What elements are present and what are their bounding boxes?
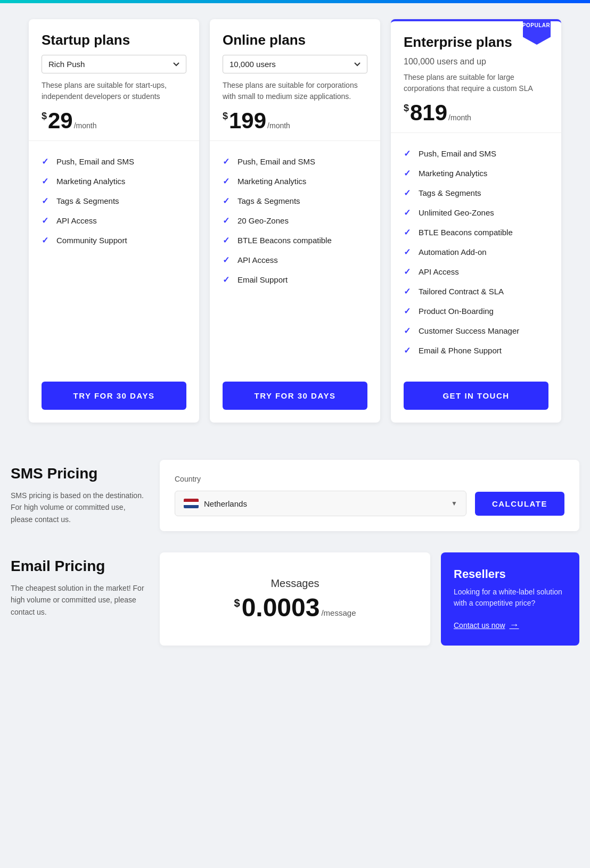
startup-feature-label-2: Marketing Analytics bbox=[56, 177, 125, 186]
startup-feature-label-4: API Access bbox=[56, 216, 97, 225]
check-icon: ✓ bbox=[404, 188, 413, 198]
online-plan-select[interactable]: 10,000 users 50,000 users 100,000 users bbox=[223, 55, 367, 73]
enterprise-feature-label-11: Email & Phone Support bbox=[419, 346, 502, 355]
online-plan-card: Online plans 10,000 users 50,000 users 1… bbox=[210, 19, 380, 423]
check-icon: ✓ bbox=[404, 267, 413, 277]
sms-pricing-title: SMS Pricing bbox=[11, 465, 149, 482]
calculate-button[interactable]: CALCULATE bbox=[475, 492, 564, 516]
enterprise-feature-8: ✓ Tailored Contract & SLA bbox=[404, 282, 548, 301]
check-icon: ✓ bbox=[42, 156, 51, 167]
online-plan-description: These plans are suitable for corporation… bbox=[223, 80, 367, 102]
enterprise-feature-label-8: Tailored Contract & SLA bbox=[419, 287, 504, 296]
enterprise-feature-3: ✓ Tags & Segments bbox=[404, 183, 548, 203]
startup-feature-4: ✓ API Access bbox=[42, 211, 186, 230]
dropdown-arrow-icon: ▼ bbox=[451, 500, 457, 507]
enterprise-feature-label-5: BTLE Beacons compatible bbox=[419, 228, 513, 237]
startup-plan-select[interactable]: Rich Push Email SMS bbox=[42, 55, 186, 73]
startup-features-list: ✓ Push, Email and SMS ✓ Marketing Analyt… bbox=[29, 141, 199, 371]
enterprise-feature-label-2: Marketing Analytics bbox=[419, 169, 487, 178]
enterprise-feature-label-7: API Access bbox=[419, 267, 459, 276]
popular-badge-text: POPULAR bbox=[522, 22, 550, 28]
email-middle-panel: Messages $ 0.0003 /message bbox=[160, 552, 430, 646]
online-feature-label-3: Tags & Segments bbox=[237, 196, 300, 205]
check-icon: ✓ bbox=[404, 326, 413, 336]
enterprise-feature-10: ✓ Customer Success Manager bbox=[404, 321, 548, 341]
email-pricing-section: Email Pricing The cheapest solution in t… bbox=[0, 547, 590, 667]
check-icon: ✓ bbox=[223, 255, 232, 265]
messages-period: /message bbox=[321, 608, 356, 617]
check-icon: ✓ bbox=[42, 235, 51, 245]
startup-amount: 29 bbox=[48, 110, 73, 132]
enterprise-users-label: 100,000 users and up bbox=[404, 57, 548, 67]
enterprise-feature-11: ✓ Email & Phone Support bbox=[404, 341, 548, 360]
enterprise-feature-label-6: Automation Add-on bbox=[419, 247, 487, 257]
online-feature-1: ✓ Push, Email and SMS bbox=[223, 152, 367, 171]
startup-plan-price: $ 29 /month bbox=[42, 110, 186, 132]
startup-plan-title: Startup plans bbox=[42, 32, 186, 48]
enterprise-feature-1: ✓ Push, Email and SMS bbox=[404, 144, 548, 163]
online-amount: 199 bbox=[229, 110, 266, 132]
pricing-section: Startup plans Rich Push Email SMS These … bbox=[0, 3, 590, 444]
sms-pricing-section: SMS Pricing SMS pricing is based on the … bbox=[0, 444, 590, 547]
enterprise-feature-4: ✓ Unlimited Geo-Zones bbox=[404, 203, 548, 222]
check-icon: ✓ bbox=[223, 196, 232, 206]
startup-feature-label-5: Community Support bbox=[56, 236, 127, 245]
check-icon: ✓ bbox=[404, 208, 413, 218]
messages-amount: 0.0003 bbox=[242, 595, 320, 621]
startup-feature-1: ✓ Push, Email and SMS bbox=[42, 152, 186, 171]
online-cta-wrapper: TRY FOR 30 DAYS bbox=[210, 371, 380, 423]
online-cta-button[interactable]: TRY FOR 30 DAYS bbox=[223, 382, 367, 410]
check-icon: ✓ bbox=[223, 235, 232, 245]
enterprise-feature-7: ✓ API Access bbox=[404, 262, 548, 282]
startup-plan-header: Startup plans Rich Push Email SMS These … bbox=[29, 19, 199, 141]
startup-feature-3: ✓ Tags & Segments bbox=[42, 191, 186, 211]
check-icon: ✓ bbox=[42, 196, 51, 206]
enterprise-cta-wrapper: GET IN TOUCH bbox=[391, 371, 561, 423]
arrow-right-icon: → bbox=[510, 619, 519, 631]
online-feature-2: ✓ Marketing Analytics bbox=[223, 171, 367, 191]
enterprise-feature-label-3: Tags & Segments bbox=[419, 188, 481, 197]
check-icon: ✓ bbox=[223, 216, 232, 226]
enterprise-feature-9: ✓ Product On-Boarding bbox=[404, 301, 548, 321]
check-icon: ✓ bbox=[42, 216, 51, 226]
netherlands-flag bbox=[184, 499, 199, 508]
startup-plan-description: These plans are suitable for start-ups, … bbox=[42, 80, 186, 102]
check-icon: ✓ bbox=[42, 176, 51, 186]
email-pricing-title: Email Pricing bbox=[11, 558, 149, 575]
startup-feature-5: ✓ Community Support bbox=[42, 230, 186, 250]
online-currency: $ bbox=[223, 111, 228, 122]
flag-stripe-blue bbox=[184, 505, 199, 508]
messages-label: Messages bbox=[271, 577, 319, 590]
email-pricing-description: The cheapest solution in the market! For… bbox=[11, 582, 149, 618]
enterprise-cta-button[interactable]: GET IN TOUCH bbox=[404, 382, 548, 410]
email-left-panel: Email Pricing The cheapest solution in t… bbox=[11, 552, 149, 646]
enterprise-feature-label-9: Product On-Boarding bbox=[419, 307, 494, 316]
sms-right-panel: Country Netherlands ▼ CALCULATE bbox=[160, 460, 579, 531]
enterprise-currency: $ bbox=[404, 103, 409, 114]
startup-plan-card: Startup plans Rich Push Email SMS These … bbox=[29, 19, 199, 423]
online-feature-6: ✓ API Access bbox=[223, 250, 367, 270]
online-plan-price: $ 199 /month bbox=[223, 110, 367, 132]
resellers-title: Resellers bbox=[454, 567, 567, 581]
sms-country-row: Netherlands ▼ CALCULATE bbox=[175, 491, 564, 516]
country-name-text: Netherlands bbox=[204, 499, 446, 508]
online-feature-label-7: Email Support bbox=[237, 275, 288, 284]
resellers-link-text: Contact us now bbox=[454, 621, 505, 630]
check-icon: ✓ bbox=[223, 156, 232, 167]
online-feature-label-1: Push, Email and SMS bbox=[237, 157, 315, 166]
enterprise-plan-price: $ 819 /month bbox=[404, 102, 548, 124]
online-feature-3: ✓ Tags & Segments bbox=[223, 191, 367, 211]
check-icon: ✓ bbox=[223, 275, 232, 285]
startup-currency: $ bbox=[42, 111, 47, 122]
online-feature-label-6: API Access bbox=[237, 255, 278, 264]
country-selector[interactable]: Netherlands ▼ bbox=[175, 491, 466, 516]
online-plan-title: Online plans bbox=[223, 32, 367, 48]
resellers-contact-link[interactable]: Contact us now → bbox=[454, 619, 567, 631]
enterprise-feature-label-10: Customer Success Manager bbox=[419, 326, 519, 335]
online-period: /month bbox=[267, 121, 290, 130]
check-icon: ✓ bbox=[404, 148, 413, 159]
startup-cta-button[interactable]: TRY FOR 30 DAYS bbox=[42, 382, 186, 410]
check-icon: ✓ bbox=[223, 176, 232, 186]
startup-feature-2: ✓ Marketing Analytics bbox=[42, 171, 186, 191]
enterprise-feature-label-1: Push, Email and SMS bbox=[419, 149, 496, 158]
